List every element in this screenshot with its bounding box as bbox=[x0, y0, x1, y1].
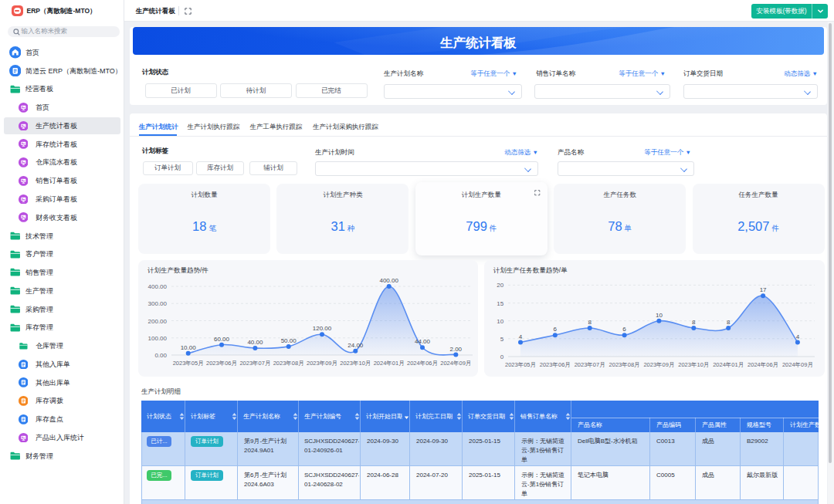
svg-text:2023年09月: 2023年09月 bbox=[307, 360, 337, 367]
svg-text:2023年07月: 2023年07月 bbox=[574, 361, 605, 368]
svg-text:44.00: 44.00 bbox=[415, 338, 431, 345]
svg-text:2023年06月: 2023年06月 bbox=[540, 361, 571, 368]
svg-text:6: 6 bbox=[553, 326, 557, 333]
svg-text:2023年06月: 2023年06月 bbox=[206, 360, 237, 367]
svg-text:4: 4 bbox=[795, 333, 799, 340]
svg-text:2023年08月: 2023年08月 bbox=[273, 360, 304, 367]
svg-text:300.00: 300.00 bbox=[148, 300, 168, 307]
svg-text:100.00: 100.00 bbox=[148, 335, 168, 342]
svg-text:2023年10月: 2023年10月 bbox=[340, 360, 371, 367]
svg-text:2024年01月: 2024年01月 bbox=[374, 360, 405, 367]
svg-text:24.00: 24.00 bbox=[348, 342, 364, 349]
svg-text:10: 10 bbox=[497, 318, 503, 325]
svg-text:400.00: 400.00 bbox=[148, 283, 168, 290]
svg-text:5: 5 bbox=[500, 336, 504, 343]
svg-text:2023年05月: 2023年05月 bbox=[173, 360, 204, 367]
svg-text:50.00: 50.00 bbox=[281, 337, 297, 344]
svg-text:2024年06月: 2024年06月 bbox=[407, 360, 438, 367]
svg-text:2023年10月: 2023年10月 bbox=[678, 361, 709, 368]
svg-text:2023年09月: 2023年09月 bbox=[643, 361, 674, 368]
svg-text:6: 6 bbox=[622, 326, 626, 333]
svg-text:10.00: 10.00 bbox=[181, 344, 197, 351]
svg-text:60.00: 60.00 bbox=[214, 336, 230, 343]
svg-text:0.00: 0.00 bbox=[154, 352, 167, 359]
svg-text:200.00: 200.00 bbox=[148, 318, 168, 325]
svg-text:2024年01月: 2024年01月 bbox=[713, 361, 744, 368]
svg-text:4: 4 bbox=[519, 333, 523, 340]
svg-text:40.00: 40.00 bbox=[247, 339, 263, 346]
svg-text:17: 17 bbox=[759, 286, 766, 293]
svg-text:8: 8 bbox=[588, 319, 592, 326]
svg-text:8: 8 bbox=[692, 319, 696, 326]
svg-text:2023年05月: 2023年05月 bbox=[505, 361, 536, 368]
svg-text:2024年09月: 2024年09月 bbox=[782, 361, 813, 368]
svg-text:2023年07月: 2023年07月 bbox=[239, 360, 270, 367]
svg-text:20: 20 bbox=[497, 282, 503, 289]
svg-text:400.00: 400.00 bbox=[379, 277, 398, 284]
svg-text:2023年08月: 2023年08月 bbox=[609, 361, 639, 368]
svg-text:0: 0 bbox=[500, 353, 504, 360]
svg-text:10: 10 bbox=[656, 312, 663, 319]
svg-text:120.00: 120.00 bbox=[313, 325, 332, 332]
svg-text:2024年06月: 2024年06月 bbox=[748, 361, 778, 368]
svg-text:8: 8 bbox=[727, 319, 731, 326]
svg-text:2.00: 2.00 bbox=[450, 346, 463, 353]
svg-text:2024年09月: 2024年09月 bbox=[440, 360, 471, 367]
svg-text:15: 15 bbox=[497, 300, 503, 307]
